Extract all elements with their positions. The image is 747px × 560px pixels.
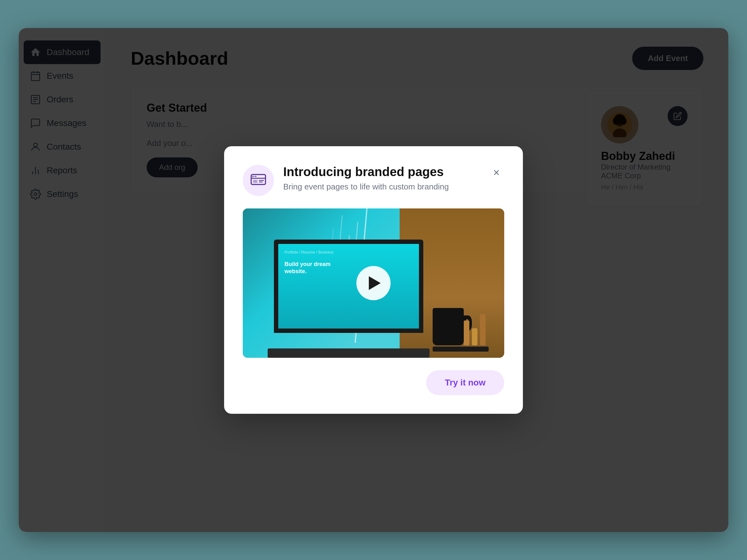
laptop-screen-content: Portfolio / Resume / Business Build your…: [278, 244, 419, 328]
laptop-base: [268, 348, 430, 358]
laptop-screen: Portfolio / Resume / Business Build your…: [274, 240, 423, 333]
try-it-now-button[interactable]: Try it now: [426, 370, 504, 395]
play-button[interactable]: [356, 266, 391, 300]
modal-header: Introducing branded pages Bring event pa…: [243, 165, 504, 196]
laptop-text-line2: website.: [284, 268, 307, 274]
branded-pages-icon: [250, 172, 267, 189]
laptop-nav-text: Portfolio / Resume / Business: [284, 250, 413, 255]
laptop-text-line1: Build your dream: [284, 261, 331, 267]
wood-decorations: [464, 314, 486, 345]
modal-footer: Try it now: [243, 370, 504, 395]
modal-icon-container: [243, 165, 274, 196]
modal-title-group: Introducing branded pages Bring event pa…: [283, 165, 479, 192]
browser-window: Dashboard Events Orders Messages: [19, 28, 728, 532]
coffee-mug: [433, 308, 464, 345]
modal-video-thumbnail[interactable]: Portfolio / Resume / Business Build your…: [243, 209, 504, 358]
video-background: Portfolio / Resume / Business Build your…: [243, 209, 504, 358]
laptop-visual: Portfolio / Resume / Business Build your…: [268, 240, 430, 358]
notebook-visual: [433, 347, 489, 351]
laptop-main-text: Build your dream website.: [284, 261, 413, 275]
play-triangle-icon: [369, 276, 381, 290]
modal-subtitle: Bring event pages to life with custom br…: [283, 182, 479, 192]
svg-rect-21: [253, 180, 257, 183]
modal-close-button[interactable]: ×: [489, 165, 504, 181]
modal-title: Introducing branded pages: [283, 165, 479, 179]
modal-dialog: Introducing branded pages Bring event pa…: [224, 146, 523, 414]
